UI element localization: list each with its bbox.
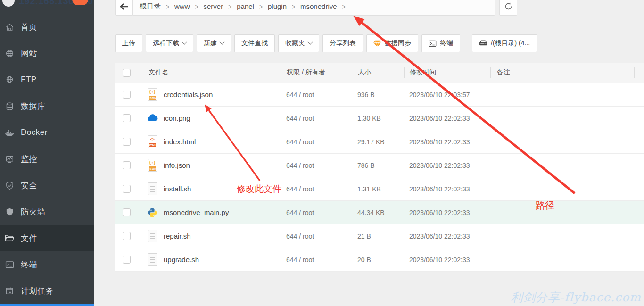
firewall-shield-icon — [5, 207, 14, 216]
row-checkbox[interactable] — [123, 185, 131, 193]
file-name[interactable]: repair.sh — [164, 232, 191, 240]
sidebar-item-label: 防火墙 — [21, 207, 46, 217]
file-permission: 644 / root — [281, 232, 353, 240]
row-checkbox[interactable] — [123, 232, 131, 240]
share-list-button[interactable]: 分享列表 — [322, 34, 363, 52]
disk-button[interactable]: /(根目录) (4... — [472, 34, 537, 52]
file-name[interactable]: install.sh — [164, 185, 191, 193]
sidebar-item-terminal[interactable]: 终端 — [0, 251, 94, 278]
row-checkbox[interactable] — [123, 208, 131, 216]
sidebar-item-monitor[interactable]: 监控 — [0, 146, 94, 172]
row-checkbox[interactable] — [123, 91, 131, 99]
file-mtime: 2023/06/10 22:02:33 — [404, 256, 490, 264]
file-name[interactable]: msonedrive_main.py — [164, 208, 229, 216]
sidebar-item-label: 监控 — [21, 154, 37, 165]
file-size: 936 B — [353, 91, 404, 99]
breadcrumb-item[interactable]: panel — [237, 2, 254, 10]
sidebar-item-security[interactable]: 安全 — [0, 172, 94, 198]
file-mtime: 2023/06/10 22:02:33 — [404, 162, 490, 169]
file-row[interactable]: upgrade.sh644 / root20 B2023/06/10 22:02… — [115, 248, 644, 272]
file-name[interactable]: icon.png — [164, 114, 190, 122]
toolbar-button-label: 数据同步 — [385, 39, 411, 48]
shield-check-icon — [5, 181, 14, 190]
file-row[interactable]: {:}JSONinfo.json644 / root786 B2023/06/1… — [115, 154, 644, 177]
file-size: 21 B — [353, 232, 404, 240]
breadcrumb-separator: > — [166, 2, 169, 11]
shell-file-icon — [146, 253, 158, 266]
sidebar-item-sites[interactable]: 网站 — [0, 40, 94, 66]
row-checkbox[interactable] — [123, 114, 131, 122]
file-row[interactable]: repair.sh644 / root21 B2023/06/10 22:02:… — [115, 224, 644, 248]
row-checkbox[interactable] — [123, 138, 131, 146]
column-header-permission: 权限 / 所有者 — [281, 67, 353, 78]
toolbar-button-label: 上传 — [122, 39, 135, 48]
folder-icon — [5, 233, 14, 243]
breadcrumb-separator: > — [342, 2, 346, 11]
file-mtime: 2023/06/10 22:02:33 — [404, 232, 490, 240]
file-name[interactable]: index.html — [164, 138, 196, 146]
breadcrumb-item[interactable]: msonedrive — [300, 2, 337, 10]
avatar[interactable] — [2, 0, 15, 7]
file-row[interactable]: {:}JSONcredentials.json644 / root936 B20… — [115, 83, 644, 107]
row-checkbox[interactable] — [123, 161, 131, 169]
new-button[interactable]: 新建 — [197, 34, 231, 52]
file-permission: 644 / root — [281, 91, 353, 99]
breadcrumb-path: 根目录>www>server>panel>plugin>msonedrive> — [133, 0, 495, 16]
file-name[interactable]: upgrade.sh — [164, 256, 199, 264]
sidebar-item-label: 安全 — [21, 180, 37, 191]
file-name[interactable]: credentials.json — [164, 91, 213, 99]
column-header-size: 大小 — [353, 67, 404, 78]
disk-icon — [479, 40, 487, 47]
upload-button[interactable]: 上传 — [115, 34, 142, 52]
file-name[interactable]: info.json — [164, 161, 190, 169]
breadcrumb-separator: > — [292, 2, 295, 11]
file-search-button[interactable]: 文件查找 — [234, 34, 275, 52]
sidebar-item-ftp[interactable]: FTP — [0, 66, 94, 93]
toolbar-button-label: 文件查找 — [241, 39, 268, 48]
sidebar-item-docker[interactable]: Docker — [0, 119, 94, 146]
file-permission: 644 / root — [281, 162, 353, 169]
html-file-icon: <>HTML — [146, 135, 158, 148]
data-sync-button[interactable]: 数据同步 — [366, 34, 418, 52]
terminal-window-icon — [429, 40, 437, 47]
breadcrumb: 根目录>www>server>panel>plugin>msonedrive> — [115, 0, 495, 16]
sidebar-item-home[interactable]: 首页 — [0, 14, 94, 40]
ftp-icon — [5, 75, 14, 84]
sidebar-item-label: 网站 — [21, 48, 37, 59]
row-checkbox[interactable] — [123, 256, 131, 264]
file-row[interactable]: install.sh644 / root1.31 KB2023/06/10 22… — [115, 177, 644, 201]
sidebar-item-label: Docker — [21, 128, 48, 137]
table-header: 文件名 权限 / 所有者 大小 修改时间 备注 — [115, 63, 644, 83]
file-mtime: 2023/06/10 22:02:33 — [404, 209, 490, 216]
file-toolbar: 上传远程下载新建文件查找收藏夹分享列表数据同步终端/(根目录) (4... — [115, 34, 537, 52]
sidebar-item-cron[interactable]: 计划任务 — [0, 278, 94, 304]
breadcrumb-item[interactable]: plugin — [268, 2, 287, 10]
home-icon — [5, 22, 14, 32]
remote-download-button[interactable]: 远程下载 — [146, 34, 193, 52]
toolbar-button-label: 远程下载 — [153, 39, 179, 48]
breadcrumb-item[interactable]: server — [204, 2, 223, 10]
file-row[interactable]: msonedrive_main.py644 / root44.34 KB2023… — [115, 201, 644, 224]
gem-icon — [373, 40, 381, 47]
breadcrumb-separator: > — [259, 2, 263, 11]
breadcrumb-item[interactable]: www — [174, 2, 190, 10]
file-size: 1.30 KB — [353, 115, 404, 122]
favorites-button[interactable]: 收藏夹 — [278, 34, 319, 52]
file-row[interactable]: <>HTMLindex.html644 / root29.17 KB2023/0… — [115, 130, 644, 154]
sidebar-item-files[interactable]: 文件 — [0, 225, 94, 251]
table-body: {:}JSONcredentials.json644 / root936 B20… — [115, 83, 644, 272]
sidebar: 192.168.130.140 首页网站FTP数据库Docker监控安全防火墙文… — [0, 0, 94, 306]
file-size: 29.17 KB — [353, 138, 404, 146]
back-button[interactable] — [115, 0, 133, 16]
refresh-button[interactable] — [499, 0, 517, 16]
breadcrumb-item[interactable]: 根目录 — [140, 2, 161, 11]
terminal-icon — [5, 260, 14, 269]
globe-icon — [5, 49, 14, 58]
file-permission: 644 / root — [281, 209, 353, 216]
select-all-checkbox[interactable] — [123, 69, 131, 77]
sidebar-item-firewall[interactable]: 防火墙 — [0, 198, 94, 225]
terminal-button[interactable]: 终端 — [421, 34, 460, 52]
sidebar-item-database[interactable]: 数据库 — [0, 93, 94, 119]
file-row[interactable]: icon.png644 / root1.30 KB2023/06/10 22:0… — [115, 107, 644, 130]
sidebar-item-label: FTP — [21, 75, 37, 84]
